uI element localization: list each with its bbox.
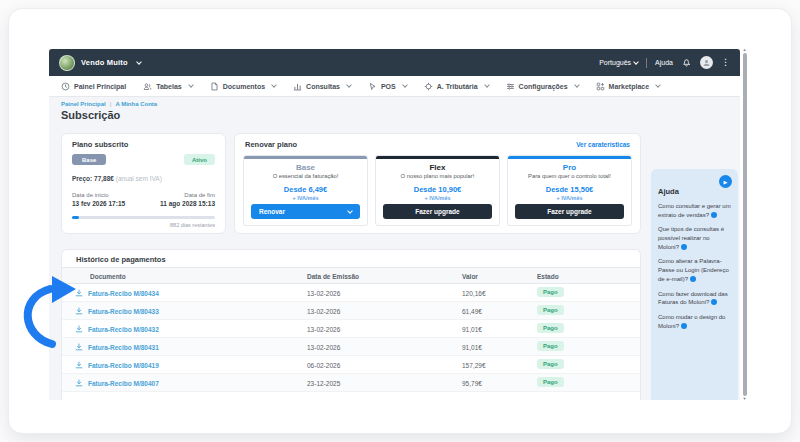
table-row[interactable]: Fatura-Recibo M/80419 06-02-2026 157,29€… [62, 356, 640, 374]
price-note: (anual sem IVA) [116, 175, 162, 182]
plan-action-label: Fazer upgrade [547, 208, 591, 215]
company-menu[interactable]: Vendo Muito [59, 55, 141, 71]
nav-item[interactable]: Painel Principal [61, 82, 126, 91]
download-icon[interactable] [75, 289, 83, 297]
help-play-button[interactable]: ▶ [719, 175, 732, 188]
download-icon[interactable] [75, 343, 83, 351]
page-title: Subscrição [61, 109, 120, 121]
vertical-scrollbar[interactable]: ▲ ▼ [742, 49, 747, 400]
table-row[interactable]: Fatura-Recibo M/80407 23-12-2025 95,79€ … [62, 374, 640, 392]
subscribed-plan-card: Plano subscrito Base Ativo Preço: 77,88€… [61, 133, 226, 234]
price-line: Preço: 77,88€ (anual sem IVA) [72, 175, 162, 182]
issue-date: 13-02-2026 [307, 344, 340, 351]
plan-price-note: + IVA/mês [376, 195, 499, 201]
invoice-link[interactable]: Fatura-Recibo M/80434 [88, 290, 159, 297]
language-selector[interactable]: Português [599, 59, 638, 66]
scroll-down-icon[interactable]: ▼ [742, 397, 747, 401]
plan-option-card: Pro Para quem quer o controlo total! Des… [507, 155, 632, 226]
plan-tagline: O nosso plano mais popular! [376, 173, 499, 179]
kebab-menu-icon[interactable]: ⋮ [721, 58, 730, 67]
app-window: Vendo Muito Português Ajuda ⋮ [49, 49, 740, 400]
start-date: Data de início 13 fev 2026 17:15 [72, 192, 125, 207]
download-icon[interactable] [75, 361, 83, 369]
subscribed-plan-title: Plano subscrito [72, 140, 128, 149]
help-question-text: Como consultar e gerar um extrato de ven… [658, 203, 731, 218]
table-row[interactable]: Fatura-Recibo M/80431 13-02-2026 91,01€ … [62, 338, 640, 356]
paid-status-badge: Pago [537, 323, 564, 333]
download-icon[interactable] [75, 325, 83, 333]
plan-options: Base O essencial da faturação! Desde 6,4… [243, 155, 632, 226]
price-value: 77,88€ [94, 175, 114, 182]
company-name: Vendo Muito [81, 58, 128, 67]
table-row[interactable]: Fatura-Recibo M/80434 13-02-2026 120,16€… [62, 284, 640, 302]
download-icon[interactable] [75, 307, 83, 315]
nav-item[interactable]: Consultas [293, 82, 351, 91]
pos-icon [368, 82, 377, 91]
invoice-value: 61,49€ [462, 308, 482, 315]
content-area: Painel Principal | A Minha Conta Subscri… [49, 97, 740, 400]
chevron-down-icon [347, 208, 353, 214]
breadcrumb-link-conta[interactable]: A Minha Conta [115, 101, 157, 107]
chevron-down-icon [271, 82, 277, 88]
help-question-link[interactable]: Como mudar o design do Moloni? [658, 313, 731, 330]
price-label: Preço: [72, 175, 92, 182]
breadcrumb-link-painel[interactable]: Painel Principal [61, 101, 106, 107]
plan-price: Desde 10,90€ [376, 185, 499, 194]
nav-item[interactable]: POS [368, 82, 407, 91]
nav-item[interactable]: Configurações [506, 82, 579, 91]
plan-name: Flex [376, 163, 499, 172]
help-question-link[interactable]: Como fazer download das Faturas do Molon… [658, 290, 731, 307]
invoice-link[interactable]: Fatura-Recibo M/80433 [88, 308, 159, 315]
invoice-link[interactable]: Fatura-Recibo M/80419 [88, 362, 159, 369]
invoice-link[interactable]: Fatura-Recibo M/80432 [88, 326, 159, 333]
chevron-down-icon [346, 82, 352, 88]
invoice-link[interactable]: Fatura-Recibo M/80407 [88, 380, 159, 387]
help-questions: Como consultar e gerar um extrato de ven… [658, 202, 731, 330]
people-icon [143, 82, 152, 91]
plan-action-button[interactable]: Fazer upgrade [515, 204, 624, 219]
plan-action-button[interactable]: Renovar [251, 204, 360, 219]
settings-icon [506, 82, 515, 91]
nav-item-label: Marketplace [609, 83, 649, 90]
help-question-icon [681, 323, 687, 329]
language-label: Português [599, 59, 631, 66]
help-question-link[interactable]: Como alterar a Palavra-Passe ou Login (E… [658, 257, 731, 283]
user-avatar[interactable] [700, 56, 713, 69]
invoice-link[interactable]: Fatura-Recibo M/80431 [88, 344, 159, 351]
help-question-text: Que tipos de consultas é possível realiz… [658, 226, 724, 249]
divider [646, 58, 647, 68]
plan-price: Desde 6,49€ [244, 185, 367, 194]
status-badge: Ativo [184, 154, 215, 165]
table-row[interactable]: Fatura-Recibo M/80432 13-02-2026 91,01€ … [62, 320, 640, 338]
scroll-up-icon[interactable]: ▲ [742, 48, 747, 52]
nav-item-label: Painel Principal [74, 83, 126, 90]
see-features-link[interactable]: Ver caraterísticas [576, 141, 630, 148]
plan-name: Base [244, 163, 367, 172]
help-question-link[interactable]: Que tipos de consultas é possível realiz… [658, 225, 731, 251]
paid-status-badge: Pago [537, 287, 564, 297]
scrollbar-thumb[interactable] [743, 53, 747, 396]
nav-item-label: A. Tributária [437, 83, 478, 90]
help-panel-title: Ajuda [658, 187, 731, 196]
download-icon[interactable] [75, 379, 83, 387]
plan-action-button[interactable]: Fazer upgrade [383, 204, 492, 219]
plan-accent-bar [508, 156, 631, 159]
payments-table-card: Histórico de pagamentos Documento Data d… [61, 249, 641, 400]
company-logo-avatar [59, 55, 75, 71]
renew-plan-title: Renovar plano [245, 140, 297, 149]
nav-item[interactable]: Marketplace [596, 82, 660, 91]
nav-item[interactable]: Tabelas [143, 82, 193, 91]
help-link[interactable]: Ajuda [655, 59, 673, 66]
chevron-down-icon [402, 82, 408, 88]
invoice-value: 120,16€ [462, 290, 486, 297]
nav-item[interactable]: Documentos [210, 82, 276, 91]
nav-item[interactable]: A. Tributária [424, 82, 489, 91]
bell-icon[interactable] [681, 57, 692, 68]
issue-date: 06-02-2026 [307, 362, 340, 369]
table-row[interactable]: Fatura-Recibo M/80433 13-02-2026 61,49€ … [62, 302, 640, 320]
chevron-down-icon [484, 82, 490, 88]
top-bar: Vendo Muito Português Ajuda ⋮ [49, 49, 740, 76]
help-question-link[interactable]: Como consultar e gerar um extrato de ven… [658, 202, 731, 219]
plan-action-label: Renovar [259, 208, 285, 215]
invoice-value: 95,79€ [462, 380, 482, 387]
